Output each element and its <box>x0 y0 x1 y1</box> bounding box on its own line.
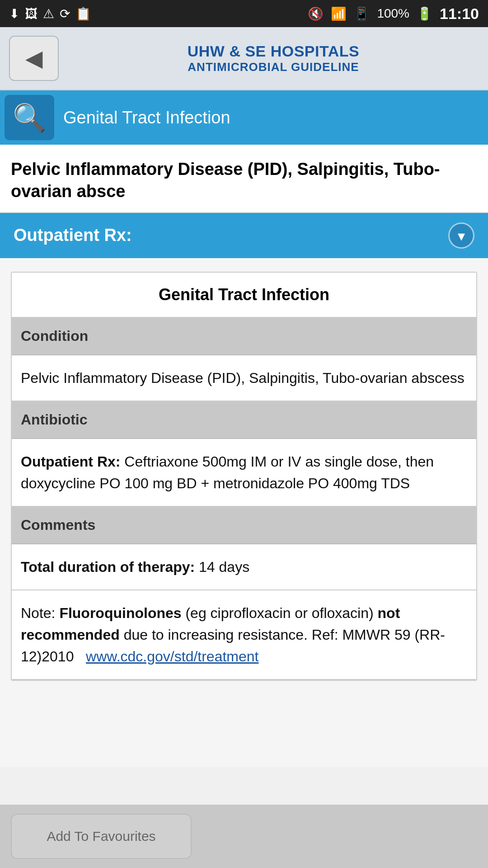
condition-data-text: Pelvic Inflammatory Disease (PID), Salpi… <box>21 370 465 386</box>
duration-data-row: Total duration of therapy: 14 days <box>12 544 476 590</box>
battery-text: 100% <box>377 6 409 21</box>
header-title-sub: ANTIMICROBIAL GUIDELINE <box>68 60 479 74</box>
header-title-block: UHW & SE HOSPITALS ANTIMICROBIAL GUIDELI… <box>68 42 479 74</box>
antibiotic-data-text: Outpatient Rx: Ceftriaxone 500mg IM or I… <box>21 453 434 491</box>
add-favourites-label: Add To Favourites <box>47 829 155 844</box>
battery-icon: 🔋 <box>417 6 432 21</box>
time-display: 11:10 <box>440 5 479 23</box>
back-arrow-icon: ◀ <box>25 45 42 71</box>
warning-icon: ⚠ <box>43 6 54 21</box>
chevron-symbol: ▾ <box>458 227 465 245</box>
wifi-icon: 📶 <box>331 6 347 21</box>
table-title-text: Genital Tract Infection <box>159 285 329 304</box>
data-table: Genital Tract Infection Condition Pelvic… <box>11 272 477 681</box>
outpatient-label: Outpatient Rx: <box>14 226 132 245</box>
condition-header-text: Condition <box>21 328 88 344</box>
table-title-row: Genital Tract Infection <box>12 273 476 318</box>
header: ◀ UHW & SE HOSPITALS ANTIMICROBIAL GUIDE… <box>0 27 488 90</box>
antibiotic-header-text: Antibiotic <box>21 411 88 428</box>
outpatient-banner[interactable]: Outpatient Rx: ▾ <box>0 213 488 258</box>
clipboard-icon: 📋 <box>75 6 91 21</box>
mute-icon: 🔇 <box>308 6 324 21</box>
header-title-main: UHW & SE HOSPITALS <box>68 42 479 60</box>
signal-icon: 📱 <box>354 6 370 21</box>
image-icon: 🖼 <box>25 6 38 21</box>
duration-data-text: Total duration of therapy: 14 days <box>21 559 249 575</box>
comments-header-text: Comments <box>21 517 95 533</box>
search-icon-box[interactable]: 🔍 <box>5 95 54 140</box>
download-icon: ⬇ <box>9 6 19 21</box>
condition-title-section: Pelvic Inflammatory Disease (PID), Salpi… <box>0 145 488 213</box>
status-right: 🔇 📶 📱 100% 🔋 11:10 <box>308 5 479 23</box>
status-bar: ⬇ 🖼 ⚠ ⟳ 📋 🔇 📶 📱 100% 🔋 11:10 <box>0 0 488 27</box>
comments-header-row: Comments <box>12 507 476 544</box>
note-data-text: Note: Fluoroquinolones (eg ciprofloxacin… <box>21 605 445 665</box>
condition-header-row: Condition <box>12 318 476 355</box>
back-button[interactable]: ◀ <box>9 36 59 81</box>
content-area: Genital Tract Infection Condition Pelvic… <box>0 258 488 767</box>
condition-title-text: Pelvic Inflammatory Disease (PID), Salpi… <box>11 158 477 203</box>
search-label: Genital Tract Infection <box>63 108 230 127</box>
search-icon: 🔍 <box>13 102 47 134</box>
sync-icon: ⟳ <box>60 6 70 21</box>
antibiotic-data-row: Outpatient Rx: Ceftriaxone 500mg IM or I… <box>12 439 476 507</box>
note-data-row: Note: Fluoroquinolones (eg ciprofloxacin… <box>12 590 476 680</box>
status-icons: ⬇ 🖼 ⚠ ⟳ 📋 <box>9 6 91 21</box>
cdc-link[interactable]: www.cdc.gov/std/treatment <box>86 648 258 665</box>
bottom-bar: Add To Favourites <box>0 805 488 868</box>
antibiotic-header-row: Antibiotic <box>12 401 476 439</box>
condition-data-row: Pelvic Inflammatory Disease (PID), Salpi… <box>12 355 476 401</box>
chevron-down-icon[interactable]: ▾ <box>448 222 474 249</box>
search-bar: 🔍 Genital Tract Infection <box>0 90 488 145</box>
add-to-favourites-button[interactable]: Add To Favourites <box>11 814 192 859</box>
